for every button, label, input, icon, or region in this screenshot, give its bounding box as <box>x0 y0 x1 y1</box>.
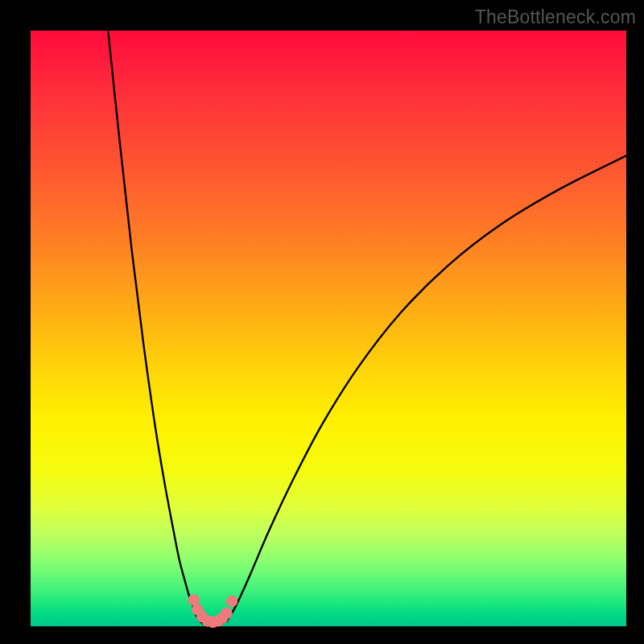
bottleneck-curve <box>108 31 626 625</box>
plot-area <box>31 31 626 626</box>
valley-marker <box>221 608 232 619</box>
watermark-text: TheBottleneck.com <box>475 6 636 28</box>
chart-svg <box>31 31 626 626</box>
marker-group <box>188 594 238 628</box>
outer-frame: TheBottleneck.com <box>0 0 644 644</box>
valley-marker <box>226 596 237 607</box>
curve-group <box>108 31 626 625</box>
